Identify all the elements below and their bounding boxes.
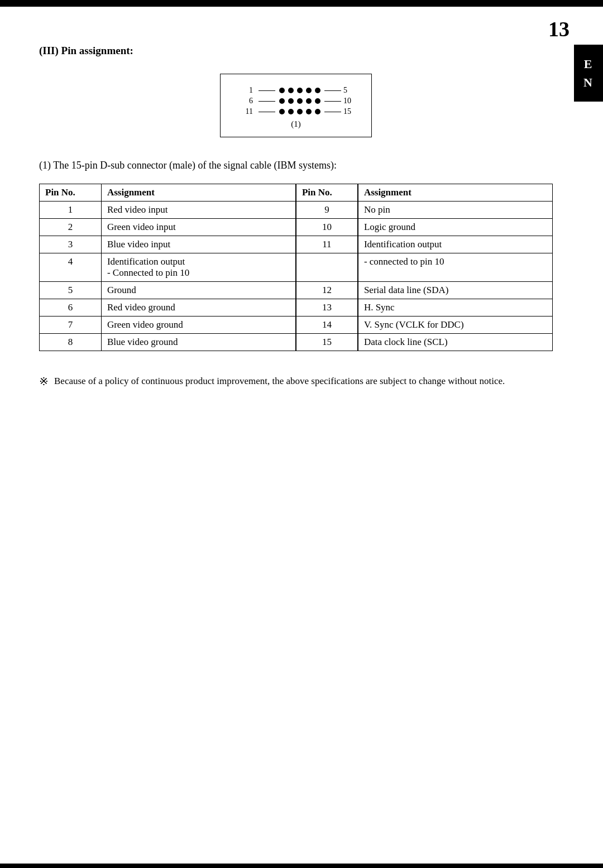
assignment-8: Blue video ground [101,334,296,351]
note-section: ※ Because of a policy of continuous prod… [39,373,553,389]
content-area: (III) Pin assignment: 1 5 6 [39,45,553,389]
pin-label-15: 15 [343,107,355,116]
connector-row-3: 11 15 [237,107,355,116]
assignment-3: Blue video input [101,236,296,253]
header-pin-no-2: Pin No. [296,184,358,202]
pin-no-5: 5 [40,282,102,299]
pin-label-5: 5 [343,86,355,95]
connector-note: (1) [237,119,355,129]
section-heading: (III) Pin assignment: [39,45,553,57]
dot [315,109,320,114]
pin-no-13: 13 [296,299,358,316]
description: (1) The 15-pin D-sub connector (male) of… [39,160,553,171]
assignment-13: H. Sync [358,299,553,316]
assignment-9: No pin [358,202,553,219]
line-left-3 [259,112,275,112]
assignment-15: Data clock line (SCL) [358,334,553,351]
pin-no-6: 6 [40,299,102,316]
pin-no-8: 8 [40,334,102,351]
pin-label-1: 1 [237,86,253,95]
assignment-1: Red video input [101,202,296,219]
pin-assignment-table: Pin No. Assignment Pin No. Assignment 1 … [39,184,553,351]
assignment-2: Green video input [101,219,296,236]
header-assignment-2: Assignment [358,184,553,202]
note-text: Because of a policy of continuous produc… [54,373,505,389]
pin-label-11: 11 [237,107,253,116]
dot [279,109,285,114]
page-number: 13 [548,17,570,41]
table-header-row: Pin No. Assignment Pin No. Assignment [40,184,553,202]
dot [288,98,294,104]
pin-no-9: 9 [296,202,358,219]
table-row: 1 Red video input 9 No pin [40,202,553,219]
dot [306,88,312,93]
assignment-10: Logic ground [358,219,553,236]
pin-no-11: 11 [296,236,358,253]
line-right-3 [324,112,341,112]
connector-diagram: 1 5 6 [39,74,553,137]
dot [297,109,303,114]
en-tab-n: N [583,73,594,92]
line-left-1 [259,90,275,91]
dot [306,98,312,104]
pin-no-4: 4 [40,253,102,282]
assignment-5: Ground [101,282,296,299]
pin-no-10: 10 [296,219,358,236]
header-pin-no-1: Pin No. [40,184,102,202]
table-row: 3 Blue video input 11 Identification out… [40,236,553,253]
connector-row-2: 6 10 [237,97,355,105]
pin-no-7: 7 [40,316,102,334]
line-left-2 [259,101,275,102]
table-row: 5 Ground 12 Serial data line (SDA) [40,282,553,299]
assignment-4: Identification output- Connected to pin … [101,253,296,282]
pin-no-3: 3 [40,236,102,253]
dot [297,88,303,93]
pin-no-14: 14 [296,316,358,334]
assignment-14: V. Sync (VCLK for DDC) [358,316,553,334]
en-tab-e: E [584,55,594,73]
en-tab: E N [574,45,603,102]
page-container: 13 E N (III) Pin assignment: 1 5 [0,0,603,868]
dot [306,109,312,114]
table-row: 6 Red video ground 13 H. Sync [40,299,553,316]
table-row: 4 Identification output- Connected to pi… [40,253,553,282]
pin-label-10: 10 [343,97,355,105]
table-row: 7 Green video ground 14 V. Sync (VCLK fo… [40,316,553,334]
assignment-12: Serial data line (SDA) [358,282,553,299]
assignment-7: Green video ground [101,316,296,334]
dot [315,98,320,104]
dot [288,88,294,93]
dot [279,98,285,104]
bottom-bar [0,864,603,868]
table-row: 2 Green video input 10 Logic ground [40,219,553,236]
dot [279,88,285,93]
assignment-11: Identification output [358,236,553,253]
pin-no-11b [296,253,358,282]
connector-box: 1 5 6 [220,74,372,137]
assignment-6: Red video ground [101,299,296,316]
line-right-2 [324,101,341,102]
dot [288,109,294,114]
assignment-11b: - connected to pin 10 [358,253,553,282]
pin-no-2: 2 [40,219,102,236]
note-symbol: ※ [39,375,49,388]
pin-no-15: 15 [296,334,358,351]
pin-no-1: 1 [40,202,102,219]
line-right-1 [324,90,341,91]
pin-no-12: 12 [296,282,358,299]
table-row: 8 Blue video ground 15 Data clock line (… [40,334,553,351]
header-assignment-1: Assignment [101,184,296,202]
dot [297,98,303,104]
dot [315,88,320,93]
connector-row-1: 1 5 [237,86,355,95]
top-bar [0,0,603,7]
pin-label-6: 6 [237,97,253,105]
